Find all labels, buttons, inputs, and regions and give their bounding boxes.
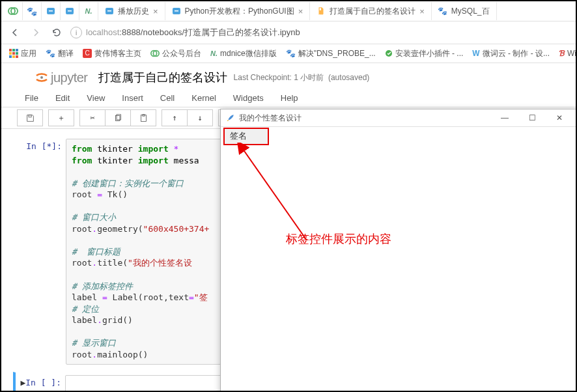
pinned-tab-2[interactable] [61,2,79,20]
bookmark-weiciyun[interactable]: W微词云 - 制作 - 设... [472,48,550,59]
paste-button[interactable] [130,109,156,126]
minimize-button[interactable]: — [493,113,516,122]
svg-rect-5 [68,10,72,12]
svg-point-14 [40,76,43,79]
svg-rect-15 [29,115,31,117]
svg-rect-3 [49,10,53,12]
bookmark-plugin[interactable]: 安装壹伴小插件 - ... [385,48,464,59]
close-icon[interactable]: × [298,7,303,16]
url-box[interactable]: i localhost:8888/notebooks/打造属于自己的签名设计.i… [70,27,569,38]
browser-tabstrip: 🐾 N. 播放历史 × Python开发教程：PythonGUI图 × 打造属于… [1,1,576,21]
back-button[interactable] [8,25,22,40]
cut-button[interactable]: ✂ [79,109,105,126]
tab-python[interactable]: Python开发教程：PythonGUI图 × [165,2,311,20]
tab-label: MySQL_百 [451,6,490,17]
maximize-button[interactable]: ☐ [520,113,544,122]
tab-label: 打造属于自己的签名设计 [330,6,415,17]
save-button[interactable] [17,109,43,126]
tk-body: 签名 标签控件展示的内容 [221,127,576,392]
menu-cell[interactable]: Cell [160,93,175,103]
bookmark-dns[interactable]: 🐾解决"DNS_PROBE_... [286,48,376,59]
bookmark-huangwei[interactable]: C黄伟博客主页 [83,48,141,59]
menu-file[interactable]: File [25,93,38,103]
tabstrip-icon[interactable] [4,2,23,20]
address-bar: i localhost:8888/notebooks/打造属于自己的签名设计.i… [1,21,576,44]
svg-rect-9 [175,10,178,12]
menu-edit[interactable]: Edit [55,93,70,103]
menu-help[interactable]: Help [281,93,298,103]
menu-view[interactable]: View [87,93,105,103]
bookmark-wechat[interactable]: 公众号后台 [150,48,201,59]
tab-history[interactable]: 播放历史 × [98,2,165,20]
bookmark-mdnice[interactable]: N.mdnice微信排版 [210,48,277,59]
pinned-tab-0[interactable]: 🐾 [23,2,42,20]
cell-prompt: ▶In [ ]: [18,375,65,392]
tk-label: 签名 [223,128,269,145]
pinned-tab-1[interactable] [42,2,61,20]
tk-window: 我的个性签名设计 — ☐ ✕ 签名 标签控件展示的内容 [220,109,577,392]
menu-kernel[interactable]: Kernel [191,93,216,103]
bookmark-apps[interactable]: 应用 [9,48,36,59]
notebook-title[interactable]: 打造属于自己的签名设计 [98,70,227,85]
info-icon[interactable]: i [70,27,82,38]
menubar: File Edit View Insert Cell Kernel Widget… [1,89,576,107]
annotation-text: 标签控件展示的内容 [286,231,391,247]
move-down-button[interactable]: ↓ [187,109,213,126]
close-icon[interactable]: × [153,7,158,16]
tk-title: 我的个性签名设计 [239,113,302,124]
bookmark-translate[interactable]: 🐾翻译 [46,48,74,59]
feather-icon [226,113,235,122]
checkpoint-text: Last Checkpoint: 1 小时前 (autosaved) [234,72,370,83]
svg-line-21 [243,149,307,240]
tab-mysql[interactable]: 🐾 MySQL_百 [432,2,497,20]
jupyter-logo[interactable]: jupyter [34,70,88,85]
tk-titlebar[interactable]: 我的个性签名设计 — ☐ ✕ [221,109,576,127]
tab-signature[interactable]: 打造属于自己的签名设计 × [310,2,432,20]
move-up-button[interactable]: ↑ [162,109,187,126]
copy-button[interactable] [105,109,130,126]
bookmarks-bar: 应用 🐾翻译 C黄伟博客主页 公众号后台 N.mdnice微信排版 🐾解决"DN… [1,44,576,63]
menu-insert[interactable]: Insert [122,93,143,103]
menu-widgets[interactable]: Widgets [233,93,264,103]
close-icon[interactable]: × [419,7,425,16]
close-button[interactable]: ✕ [548,113,571,122]
pinned-tab-3[interactable]: N. [79,2,98,20]
jupyter-header: jupyter 打造属于自己的签名设计 Last Checkpoint: 1 小… [1,63,576,89]
svg-rect-7 [107,10,111,12]
forward-button[interactable] [29,25,43,40]
cell-prompt: In [*]: [16,139,66,365]
svg-rect-10 [320,8,321,10]
add-cell-button[interactable]: ＋ [48,109,74,126]
reload-button[interactable] [49,25,64,40]
tab-label: Python开发教程：PythonGUI图 [185,6,294,17]
bookmark-wins[interactable]: ƁWins [559,49,577,58]
tab-label: 播放历史 [118,6,149,17]
